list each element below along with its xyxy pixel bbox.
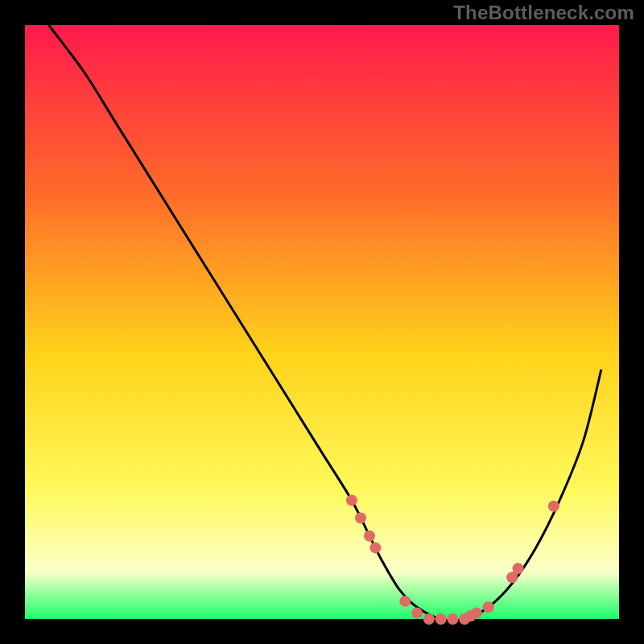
bottleneck-plot-svg [0, 0, 644, 644]
curve-dot [471, 608, 482, 619]
curve-dot [346, 494, 357, 506]
watermark-label: TheBottleneck.com [453, 2, 634, 24]
curve-dot [447, 613, 458, 625]
curve-dot [423, 613, 435, 625]
curve-dot [399, 596, 411, 607]
plot-background [25, 25, 619, 619]
curve-dot [483, 601, 494, 613]
curve-dot [548, 501, 559, 512]
curve-dot [411, 608, 423, 619]
curve-dot [513, 563, 524, 574]
curve-dot [436, 613, 447, 625]
curve-dot [369, 542, 381, 553]
chart-canvas: TheBottleneck.com [0, 0, 644, 644]
curve-dot [364, 530, 375, 542]
curve-dot [355, 513, 366, 524]
